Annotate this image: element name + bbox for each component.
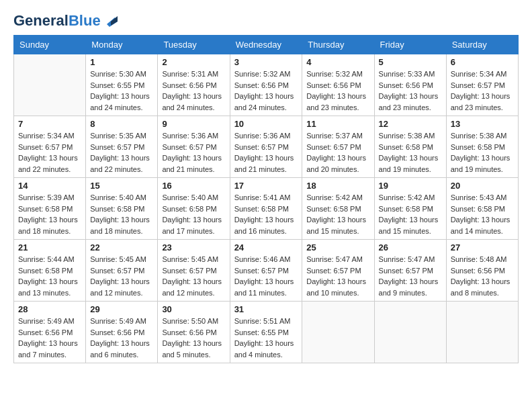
day-of-week-header: Friday xyxy=(374,36,446,54)
day-info: Sunrise: 5:32 AM Sunset: 6:56 PM Dayligh… xyxy=(234,68,298,113)
calendar-day-cell: 29Sunrise: 5:49 AM Sunset: 6:56 PM Dayli… xyxy=(86,302,158,363)
day-info: Sunrise: 5:41 AM Sunset: 6:58 PM Dayligh… xyxy=(234,192,298,236)
calendar-week-row: 14Sunrise: 5:39 AM Sunset: 6:58 PM Dayli… xyxy=(14,178,519,240)
day-number: 13 xyxy=(451,119,514,129)
day-info: Sunrise: 5:42 AM Sunset: 6:58 PM Dayligh… xyxy=(379,192,442,236)
svg-marker-1 xyxy=(111,16,118,26)
day-info: Sunrise: 5:36 AM Sunset: 6:57 PM Dayligh… xyxy=(162,130,225,175)
calendar-day-cell xyxy=(14,54,86,116)
calendar-day-cell: 24Sunrise: 5:46 AM Sunset: 6:57 PM Dayli… xyxy=(230,240,302,302)
day-number: 21 xyxy=(18,242,81,253)
day-number: 25 xyxy=(306,242,369,253)
logo-blue: Blue xyxy=(69,12,101,29)
day-number: 14 xyxy=(18,181,81,191)
header-row: SundayMondayTuesdayWednesdayThursdayFrid… xyxy=(14,36,519,54)
day-info: Sunrise: 5:34 AM Sunset: 6:57 PM Dayligh… xyxy=(451,68,514,113)
day-of-week-header: Thursday xyxy=(302,36,374,54)
day-info: Sunrise: 5:45 AM Sunset: 6:57 PM Dayligh… xyxy=(162,254,225,298)
day-number: 12 xyxy=(379,119,442,129)
calendar-day-cell: 18Sunrise: 5:42 AM Sunset: 6:58 PM Dayli… xyxy=(302,178,374,240)
day-number: 31 xyxy=(234,304,298,314)
day-info: Sunrise: 5:42 AM Sunset: 6:58 PM Dayligh… xyxy=(306,192,369,236)
day-number: 4 xyxy=(306,57,369,67)
calendar-day-cell: 23Sunrise: 5:45 AM Sunset: 6:57 PM Dayli… xyxy=(158,240,230,302)
day-of-week-header: Tuesday xyxy=(158,36,230,54)
day-info: Sunrise: 5:50 AM Sunset: 6:56 PM Dayligh… xyxy=(162,316,225,360)
calendar-day-cell: 11Sunrise: 5:37 AM Sunset: 6:57 PM Dayli… xyxy=(302,116,374,178)
day-info: Sunrise: 5:38 AM Sunset: 6:58 PM Dayligh… xyxy=(379,130,442,175)
logo-icon xyxy=(103,12,118,27)
day-info: Sunrise: 5:45 AM Sunset: 6:57 PM Dayligh… xyxy=(90,254,153,298)
day-number: 3 xyxy=(234,57,298,67)
calendar-day-cell: 13Sunrise: 5:38 AM Sunset: 6:58 PM Dayli… xyxy=(446,116,518,178)
calendar-week-row: 21Sunrise: 5:44 AM Sunset: 6:58 PM Dayli… xyxy=(14,240,519,302)
calendar-day-cell: 20Sunrise: 5:43 AM Sunset: 6:58 PM Dayli… xyxy=(446,178,518,240)
day-number: 26 xyxy=(379,242,442,253)
calendar-day-cell: 6Sunrise: 5:34 AM Sunset: 6:57 PM Daylig… xyxy=(446,54,518,116)
calendar-day-cell: 15Sunrise: 5:40 AM Sunset: 6:58 PM Dayli… xyxy=(86,178,158,240)
calendar-day-cell: 1Sunrise: 5:30 AM Sunset: 6:55 PM Daylig… xyxy=(86,54,158,116)
day-number: 19 xyxy=(379,181,442,191)
calendar-day-cell: 7Sunrise: 5:34 AM Sunset: 6:57 PM Daylig… xyxy=(14,116,86,178)
day-info: Sunrise: 5:34 AM Sunset: 6:57 PM Dayligh… xyxy=(18,130,81,175)
day-number: 1 xyxy=(90,57,153,67)
calendar-day-cell: 16Sunrise: 5:40 AM Sunset: 6:58 PM Dayli… xyxy=(158,178,230,240)
day-number: 17 xyxy=(234,181,298,191)
day-info: Sunrise: 5:49 AM Sunset: 6:56 PM Dayligh… xyxy=(90,316,153,360)
day-info: Sunrise: 5:44 AM Sunset: 6:58 PM Dayligh… xyxy=(18,254,81,298)
day-number: 5 xyxy=(379,57,442,67)
day-info: Sunrise: 5:31 AM Sunset: 6:56 PM Dayligh… xyxy=(162,68,225,113)
day-number: 16 xyxy=(162,181,225,191)
calendar-table: SundayMondayTuesdayWednesdayThursdayFrid… xyxy=(13,35,519,363)
calendar-day-cell: 27Sunrise: 5:48 AM Sunset: 6:56 PM Dayli… xyxy=(446,240,518,302)
logo-general: General xyxy=(13,12,69,29)
day-info: Sunrise: 5:36 AM Sunset: 6:57 PM Dayligh… xyxy=(234,130,298,175)
calendar-day-cell: 3Sunrise: 5:32 AM Sunset: 6:56 PM Daylig… xyxy=(230,54,302,116)
day-number: 30 xyxy=(162,304,225,314)
calendar-day-cell: 2Sunrise: 5:31 AM Sunset: 6:56 PM Daylig… xyxy=(158,54,230,116)
day-info: Sunrise: 5:47 AM Sunset: 6:57 PM Dayligh… xyxy=(379,254,442,298)
calendar-day-cell xyxy=(374,302,446,363)
day-number: 29 xyxy=(90,304,153,314)
day-of-week-header: Saturday xyxy=(446,36,518,54)
day-number: 27 xyxy=(451,242,514,253)
calendar-day-cell: 14Sunrise: 5:39 AM Sunset: 6:58 PM Dayli… xyxy=(14,178,86,240)
calendar-day-cell: 25Sunrise: 5:47 AM Sunset: 6:57 PM Dayli… xyxy=(302,240,374,302)
calendar-week-row: 1Sunrise: 5:30 AM Sunset: 6:55 PM Daylig… xyxy=(14,54,519,116)
calendar-day-cell: 19Sunrise: 5:42 AM Sunset: 6:58 PM Dayli… xyxy=(374,178,446,240)
day-number: 11 xyxy=(306,119,369,129)
day-info: Sunrise: 5:37 AM Sunset: 6:57 PM Dayligh… xyxy=(306,130,369,175)
calendar-day-cell: 21Sunrise: 5:44 AM Sunset: 6:58 PM Dayli… xyxy=(14,240,86,302)
calendar-day-cell: 4Sunrise: 5:32 AM Sunset: 6:56 PM Daylig… xyxy=(302,54,374,116)
day-of-week-header: Sunday xyxy=(14,36,86,54)
day-number: 28 xyxy=(18,304,81,314)
calendar-day-cell: 10Sunrise: 5:36 AM Sunset: 6:57 PM Dayli… xyxy=(230,116,302,178)
calendar-day-cell: 12Sunrise: 5:38 AM Sunset: 6:58 PM Dayli… xyxy=(374,116,446,178)
day-number: 7 xyxy=(18,119,81,129)
day-number: 24 xyxy=(234,242,298,253)
calendar-day-cell: 5Sunrise: 5:33 AM Sunset: 6:56 PM Daylig… xyxy=(374,54,446,116)
day-number: 23 xyxy=(162,242,225,253)
day-number: 20 xyxy=(451,181,514,191)
day-info: Sunrise: 5:39 AM Sunset: 6:58 PM Dayligh… xyxy=(18,192,81,236)
day-info: Sunrise: 5:51 AM Sunset: 6:55 PM Dayligh… xyxy=(234,316,298,360)
calendar-week-row: 7Sunrise: 5:34 AM Sunset: 6:57 PM Daylig… xyxy=(14,116,519,178)
calendar-day-cell xyxy=(302,302,374,363)
day-info: Sunrise: 5:46 AM Sunset: 6:57 PM Dayligh… xyxy=(234,254,298,298)
day-number: 10 xyxy=(234,119,298,129)
day-number: 2 xyxy=(162,57,225,67)
day-info: Sunrise: 5:49 AM Sunset: 6:56 PM Dayligh… xyxy=(18,316,81,360)
day-number: 9 xyxy=(162,119,225,129)
day-info: Sunrise: 5:43 AM Sunset: 6:58 PM Dayligh… xyxy=(451,192,514,236)
day-info: Sunrise: 5:47 AM Sunset: 6:57 PM Dayligh… xyxy=(306,254,369,298)
day-of-week-header: Monday xyxy=(86,36,158,54)
day-info: Sunrise: 5:40 AM Sunset: 6:58 PM Dayligh… xyxy=(90,192,153,236)
calendar-day-cell: 26Sunrise: 5:47 AM Sunset: 6:57 PM Dayli… xyxy=(374,240,446,302)
day-number: 22 xyxy=(90,242,153,253)
day-number: 15 xyxy=(90,181,153,191)
calendar-day-cell: 31Sunrise: 5:51 AM Sunset: 6:55 PM Dayli… xyxy=(230,302,302,363)
calendar-day-cell: 17Sunrise: 5:41 AM Sunset: 6:58 PM Dayli… xyxy=(230,178,302,240)
day-info: Sunrise: 5:48 AM Sunset: 6:56 PM Dayligh… xyxy=(451,254,514,298)
calendar-day-cell: 30Sunrise: 5:50 AM Sunset: 6:56 PM Dayli… xyxy=(158,302,230,363)
calendar-day-cell: 22Sunrise: 5:45 AM Sunset: 6:57 PM Dayli… xyxy=(86,240,158,302)
